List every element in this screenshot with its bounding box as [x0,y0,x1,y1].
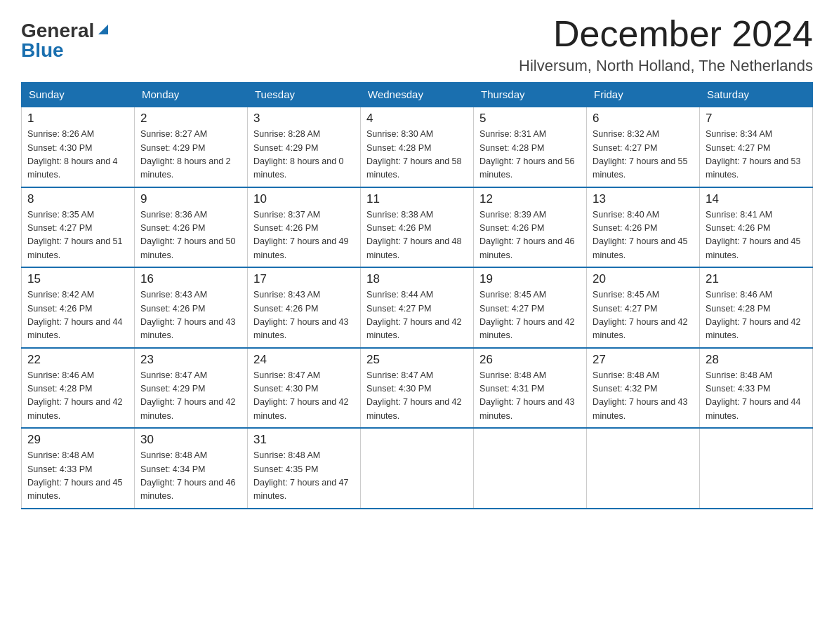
day-number: 18 [366,272,468,286]
calendar-cell: 22 Sunrise: 8:46 AMSunset: 4:28 PMDaylig… [22,348,135,429]
weekday-header-saturday: Saturday [700,83,813,107]
day-info: Sunrise: 8:31 AMSunset: 4:28 PMDaylight:… [479,128,581,182]
calendar-table: SundayMondayTuesdayWednesdayThursdayFrid… [21,82,813,509]
calendar-cell: 25 Sunrise: 8:47 AMSunset: 4:30 PMDaylig… [361,348,474,429]
day-number: 28 [706,353,807,367]
day-info: Sunrise: 8:34 AMSunset: 4:27 PMDaylight:… [706,128,807,182]
weekday-header-monday: Monday [135,83,248,107]
day-info: Sunrise: 8:48 AMSunset: 4:32 PMDaylight:… [593,369,694,424]
day-info: Sunrise: 8:48 AMSunset: 4:33 PMDaylight:… [27,449,128,504]
weekday-header-wednesday: Wednesday [361,83,474,107]
day-number: 29 [27,433,128,447]
day-info: Sunrise: 8:45 AMSunset: 4:27 PMDaylight:… [593,288,694,343]
week-row-2: 8 Sunrise: 8:35 AMSunset: 4:27 PMDayligh… [22,187,813,268]
calendar-cell: 21 Sunrise: 8:46 AMSunset: 4:28 PMDaylig… [700,267,813,348]
week-row-3: 15 Sunrise: 8:42 AMSunset: 4:26 PMDaylig… [22,267,813,348]
calendar-cell: 4 Sunrise: 8:30 AMSunset: 4:28 PMDayligh… [361,107,474,187]
day-number: 12 [479,192,581,206]
calendar-cell: 27 Sunrise: 8:48 AMSunset: 4:32 PMDaylig… [587,348,700,429]
day-number: 8 [27,192,128,206]
day-info: Sunrise: 8:35 AMSunset: 4:27 PMDaylight:… [27,208,128,263]
weekday-header-sunday: Sunday [22,83,135,107]
day-info: Sunrise: 8:41 AMSunset: 4:26 PMDaylight:… [706,208,807,263]
day-info: Sunrise: 8:38 AMSunset: 4:26 PMDaylight:… [366,208,468,263]
week-row-5: 29 Sunrise: 8:48 AMSunset: 4:33 PMDaylig… [22,428,813,509]
logo-blue: Blue [21,39,64,62]
day-info: Sunrise: 8:48 AMSunset: 4:31 PMDaylight:… [479,369,581,424]
day-number: 22 [27,353,128,367]
week-row-1: 1 Sunrise: 8:26 AMSunset: 4:30 PMDayligh… [22,107,813,187]
day-number: 21 [706,272,807,286]
weekday-header-tuesday: Tuesday [248,83,361,107]
calendar-cell: 17 Sunrise: 8:43 AMSunset: 4:26 PMDaylig… [248,267,361,348]
day-info: Sunrise: 8:26 AMSunset: 4:30 PMDaylight:… [27,128,128,182]
day-number: 20 [593,272,694,286]
month-year-title: December 2024 [519,14,813,54]
day-info: Sunrise: 8:27 AMSunset: 4:29 PMDaylight:… [140,128,241,182]
day-number: 16 [140,272,241,286]
day-info: Sunrise: 8:47 AMSunset: 4:29 PMDaylight:… [140,369,241,424]
day-number: 25 [366,353,468,367]
calendar-cell: 20 Sunrise: 8:45 AMSunset: 4:27 PMDaylig… [587,267,700,348]
title-area: December 2024 Hilversum, North Holland, … [519,14,813,75]
calendar-cell: 13 Sunrise: 8:40 AMSunset: 4:26 PMDaylig… [587,187,700,268]
day-number: 19 [479,272,581,286]
day-info: Sunrise: 8:46 AMSunset: 4:28 PMDaylight:… [706,288,807,343]
day-number: 5 [479,112,581,126]
day-number: 26 [479,353,581,367]
calendar-cell [700,428,813,509]
day-info: Sunrise: 8:42 AMSunset: 4:26 PMDaylight:… [27,288,128,343]
calendar-cell: 30 Sunrise: 8:48 AMSunset: 4:34 PMDaylig… [135,428,248,509]
day-info: Sunrise: 8:40 AMSunset: 4:26 PMDaylight:… [593,208,694,263]
day-number: 2 [140,112,241,126]
calendar-cell: 2 Sunrise: 8:27 AMSunset: 4:29 PMDayligh… [135,107,248,187]
page-header: General Blue December 2024 Hilversum, No… [21,14,813,75]
calendar-cell: 19 Sunrise: 8:45 AMSunset: 4:27 PMDaylig… [474,267,587,348]
day-info: Sunrise: 8:37 AMSunset: 4:26 PMDaylight:… [253,208,355,263]
calendar-cell: 28 Sunrise: 8:48 AMSunset: 4:33 PMDaylig… [700,348,813,429]
calendar-cell: 7 Sunrise: 8:34 AMSunset: 4:27 PMDayligh… [700,107,813,187]
calendar-cell: 23 Sunrise: 8:47 AMSunset: 4:29 PMDaylig… [135,348,248,429]
day-info: Sunrise: 8:47 AMSunset: 4:30 PMDaylight:… [253,369,355,424]
week-row-4: 22 Sunrise: 8:46 AMSunset: 4:28 PMDaylig… [22,348,813,429]
day-info: Sunrise: 8:47 AMSunset: 4:30 PMDaylight:… [366,369,468,424]
weekday-header-row: SundayMondayTuesdayWednesdayThursdayFrid… [22,83,813,107]
day-info: Sunrise: 8:48 AMSunset: 4:34 PMDaylight:… [140,449,241,504]
calendar-cell [361,428,474,509]
day-number: 9 [140,192,241,206]
day-number: 1 [27,112,128,126]
calendar-cell: 24 Sunrise: 8:47 AMSunset: 4:30 PMDaylig… [248,348,361,429]
day-number: 4 [366,112,468,126]
calendar-cell: 1 Sunrise: 8:26 AMSunset: 4:30 PMDayligh… [22,107,135,187]
calendar-cell: 3 Sunrise: 8:28 AMSunset: 4:29 PMDayligh… [248,107,361,187]
logo: General Blue [21,20,111,62]
day-number: 15 [27,272,128,286]
day-number: 13 [593,192,694,206]
calendar-cell: 26 Sunrise: 8:48 AMSunset: 4:31 PMDaylig… [474,348,587,429]
calendar-cell: 18 Sunrise: 8:44 AMSunset: 4:27 PMDaylig… [361,267,474,348]
location-subtitle: Hilversum, North Holland, The Netherland… [519,57,813,75]
calendar-cell: 8 Sunrise: 8:35 AMSunset: 4:27 PMDayligh… [22,187,135,268]
svg-marker-0 [98,25,108,34]
day-number: 23 [140,353,241,367]
day-info: Sunrise: 8:39 AMSunset: 4:26 PMDaylight:… [479,208,581,263]
day-number: 30 [140,433,241,447]
calendar-cell: 9 Sunrise: 8:36 AMSunset: 4:26 PMDayligh… [135,187,248,268]
day-number: 17 [253,272,355,286]
calendar-cell: 16 Sunrise: 8:43 AMSunset: 4:26 PMDaylig… [135,267,248,348]
day-number: 7 [706,112,807,126]
day-info: Sunrise: 8:32 AMSunset: 4:27 PMDaylight:… [593,128,694,182]
weekday-header-thursday: Thursday [474,83,587,107]
calendar-cell: 10 Sunrise: 8:37 AMSunset: 4:26 PMDaylig… [248,187,361,268]
day-info: Sunrise: 8:43 AMSunset: 4:26 PMDaylight:… [140,288,241,343]
calendar-cell [587,428,700,509]
calendar-cell: 12 Sunrise: 8:39 AMSunset: 4:26 PMDaylig… [474,187,587,268]
day-info: Sunrise: 8:46 AMSunset: 4:28 PMDaylight:… [27,369,128,424]
logo-triangle-icon [95,22,111,37]
calendar-cell: 14 Sunrise: 8:41 AMSunset: 4:26 PMDaylig… [700,187,813,268]
day-info: Sunrise: 8:48 AMSunset: 4:33 PMDaylight:… [706,369,807,424]
day-number: 14 [706,192,807,206]
day-number: 10 [253,192,355,206]
day-info: Sunrise: 8:28 AMSunset: 4:29 PMDaylight:… [253,128,355,182]
calendar-cell: 11 Sunrise: 8:38 AMSunset: 4:26 PMDaylig… [361,187,474,268]
